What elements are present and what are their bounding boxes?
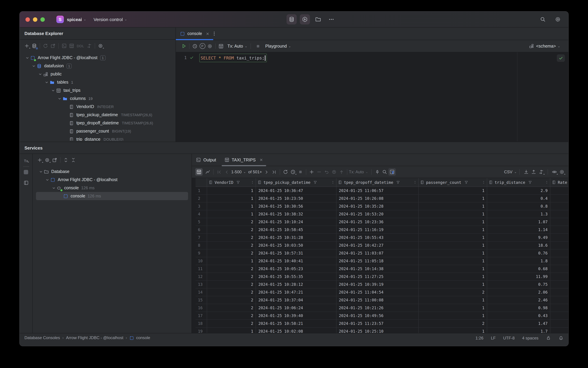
sort-icon[interactable] xyxy=(250,180,254,184)
chevron-down-icon[interactable] xyxy=(25,55,30,61)
table-cell[interactable]: 1 xyxy=(419,249,487,257)
table-cell[interactable] xyxy=(550,304,569,312)
table-cell[interactable]: 2024-01-25 11:04:54 xyxy=(337,288,419,296)
table-row[interactable]: 1122024-01-25 10:05:232024-01-25 10:14:3… xyxy=(196,265,569,273)
table-row[interactable]: 1222024-01-25 10:55:352024-01-25 11:27:2… xyxy=(196,273,569,281)
table-cell[interactable]: 1 xyxy=(419,210,487,218)
window-minimize-button[interactable] xyxy=(33,17,37,22)
filter-panel-button[interactable] xyxy=(388,168,396,176)
table-cell[interactable]: 1 xyxy=(419,281,487,288)
table-cell[interactable]: 2 xyxy=(207,226,256,233)
table-cell[interactable]: 2 xyxy=(207,312,256,319)
table-cell[interactable]: 1.14 xyxy=(487,226,550,233)
row-number[interactable]: 3 xyxy=(196,202,207,210)
table-cell[interactable]: 2 xyxy=(207,218,256,226)
tx-strip-button[interactable]: Tx xyxy=(23,158,29,164)
table-cell[interactable]: 2 xyxy=(207,242,256,249)
table-cell[interactable] xyxy=(550,218,569,226)
table-cell[interactable]: 2 xyxy=(207,296,256,304)
table-cell[interactable] xyxy=(550,210,569,218)
table-cell[interactable]: 2024-01-25 10:31:28 xyxy=(256,234,337,241)
tab-console[interactable]: console xyxy=(176,28,213,40)
readonly-lock-widget[interactable] xyxy=(546,335,551,340)
table-row[interactable]: 522024-01-25 10:10:242024-01-25 10:23:36… xyxy=(196,218,569,226)
filter-funnel-icon[interactable] xyxy=(396,180,401,184)
sort-icon[interactable] xyxy=(482,180,485,184)
table-row[interactable]: 622024-01-25 10:58:452024-01-25 11:16:19… xyxy=(196,226,569,234)
encoding-widget[interactable]: UTF-8 xyxy=(503,336,515,340)
auto-refresh-button[interactable] xyxy=(289,168,296,176)
database-tool-button[interactable] xyxy=(286,14,297,25)
table-cell[interactable]: 2024-01-25 10:30:56 xyxy=(256,202,337,210)
table-cell[interactable]: 2024-01-25 11:06:57 xyxy=(337,187,419,194)
row-number[interactable]: 19 xyxy=(196,328,207,333)
compare-data-button[interactable] xyxy=(537,168,545,176)
tree-item-vendorid[interactable]: VendorIDINTEGER xyxy=(20,103,176,111)
table-cell[interactable]: 2024-01-25 10:58:45 xyxy=(256,226,337,233)
column-header-tpep_dropoff_datetime[interactable]: tpep_dropoff_datetime xyxy=(337,178,419,186)
table-cell[interactable]: 2024-01-25 10:47:21 xyxy=(256,288,337,296)
view-options-button[interactable] xyxy=(97,42,104,49)
table-row[interactable]: 1622024-01-25 10:06:242024-01-25 10:21:2… xyxy=(196,304,569,312)
row-number[interactable]: 12 xyxy=(196,273,207,280)
table-cell[interactable] xyxy=(550,202,569,210)
table-cell[interactable]: 1.8 xyxy=(487,257,550,265)
previous-page-button[interactable] xyxy=(223,168,230,176)
tree-item-tpep-dropoff-datetime[interactable]: tpep_dropoff_datetimeTIMESTAMP(26,6) xyxy=(20,119,176,127)
table-cell[interactable]: 2024-01-25 10:02:08 xyxy=(256,328,337,333)
sort-icon[interactable] xyxy=(331,180,335,184)
table-cell[interactable]: 2024-01-25 10:57:31 xyxy=(256,249,337,257)
table-cell[interactable]: 2 xyxy=(207,304,256,312)
explain-plan-button[interactable]: P xyxy=(199,42,206,50)
table-cell[interactable]: 1 xyxy=(419,187,487,194)
table-cell[interactable]: 1 xyxy=(419,273,487,280)
table-cell[interactable]: 2024-01-25 10:25:10 xyxy=(337,328,419,333)
open-table-button[interactable] xyxy=(68,42,75,49)
grid-corner-cell[interactable] xyxy=(196,178,207,186)
window-zoom-button[interactable] xyxy=(40,17,45,22)
table-cell[interactable]: 2.06 xyxy=(487,288,550,296)
row-number[interactable]: 13 xyxy=(196,281,207,288)
table-row[interactable]: 1012024-01-25 10:40:412024-01-25 11:05:1… xyxy=(196,257,569,265)
table-cell[interactable] xyxy=(550,187,569,194)
table-cell[interactable] xyxy=(550,257,569,265)
table-cell[interactable]: 2024-01-25 11:05:18 xyxy=(337,257,419,265)
chevron-down-icon[interactable] xyxy=(51,185,56,191)
table-row[interactable]: 1822024-01-25 10:58:212024-01-25 11:23:5… xyxy=(196,320,569,328)
generate-ddl-button[interactable]: DDL xyxy=(75,42,86,49)
tree-item-passenger-count[interactable]: passenger_countBIGINT(19) xyxy=(20,127,176,135)
breadcrumb-item[interactable]: Database Consoles xyxy=(25,335,60,340)
table-cell[interactable]: 2024-01-25 10:21:26 xyxy=(337,304,419,312)
column-header-tpep_pickup_datetime[interactable]: tpep_pickup_datetime xyxy=(256,178,337,186)
table-row[interactable]: 312024-01-25 10:30:562024-01-25 10:35:28… xyxy=(196,202,569,210)
grid-view-button[interactable] xyxy=(195,168,203,176)
table-cell[interactable] xyxy=(550,320,569,327)
tree-item-console[interactable]: console126 ms xyxy=(33,184,191,192)
more-toolbar-button[interactable] xyxy=(326,14,337,25)
delete-row-button[interactable] xyxy=(315,168,323,176)
stop-refresh-button[interactable] xyxy=(296,168,304,176)
project-avatar[interactable]: S xyxy=(56,16,64,23)
table-cell[interactable] xyxy=(550,249,569,257)
table-cell[interactable]: 1 xyxy=(207,328,256,333)
tab-output[interactable]: Output xyxy=(192,154,220,166)
table-cell[interactable]: 1 xyxy=(207,187,256,194)
tool-window-layout-button[interactable] xyxy=(23,180,29,185)
table-cell[interactable]: 2024-01-25 10:26:08 xyxy=(337,195,419,202)
session-select[interactable]: Playground ⌄ xyxy=(265,44,291,48)
table-cell[interactable]: 1 xyxy=(419,265,487,273)
tree-item-datafusion[interactable]: datafusion1 xyxy=(20,62,176,70)
sort-icon[interactable] xyxy=(413,180,417,184)
console-settings-button[interactable] xyxy=(206,42,214,50)
table-cell[interactable]: 2 xyxy=(207,265,256,273)
table-cell[interactable]: 2 xyxy=(419,320,487,327)
table-cell[interactable]: 1 xyxy=(419,296,487,304)
table-cell[interactable]: 0.43 xyxy=(487,312,550,319)
table-cell[interactable] xyxy=(550,226,569,233)
table-cell[interactable]: 2024-01-25 10:39:40 xyxy=(256,312,337,319)
collapse-all-button[interactable] xyxy=(70,156,77,164)
table-cell[interactable]: 1 xyxy=(419,202,487,210)
tree-item-trip-distance[interactable]: trip_distanceDOUBLE(0) xyxy=(20,135,176,141)
tree-item-public[interactable]: public xyxy=(20,70,176,78)
table-cell[interactable]: 2 xyxy=(207,273,256,280)
